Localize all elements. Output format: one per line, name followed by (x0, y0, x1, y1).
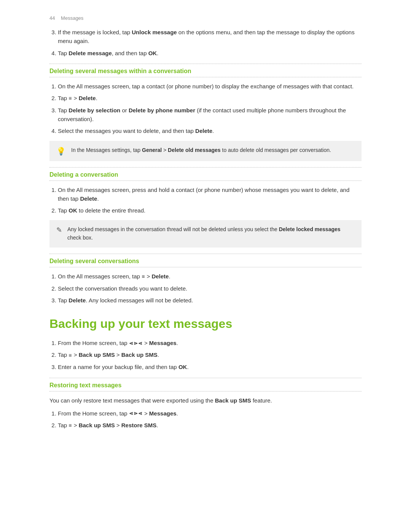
page-number: 44 (49, 15, 55, 21)
page-header: 44 Messages (49, 15, 362, 21)
list-item: Tap ≡ > Delete. (58, 94, 362, 103)
backup-steps: From the Home screen, tap ⋖⋗⋖ > Messages… (49, 339, 362, 371)
restore-steps: From the Home screen, tap ⋖⋗⋖ > Messages… (49, 409, 362, 430)
menu-icon-2: ≡ (142, 273, 145, 281)
delete-several-messages-steps: On the All messages screen, tap a contac… (49, 82, 362, 136)
section-heading-delete-several-messages: Deleting several messages within a conve… (49, 68, 362, 75)
list-item: Tap Delete. Any locked messages will not… (58, 296, 362, 305)
section-heading-delete-conversation: Deleting a conversation (49, 171, 362, 178)
delete-single-steps: If the message is locked, tap Unlock mes… (49, 28, 362, 58)
list-item: Tap ≡ > Back up SMS > Restore SMS. (58, 421, 362, 430)
list-item: Select the messages you want to delete, … (58, 126, 362, 135)
section-heading-delete-several-conversations: Deleting several conversations (49, 258, 362, 265)
tip-box-lightbulb: 💡 In the Messages settings, tap General … (49, 141, 362, 161)
list-item: On the All messages screen, press and ho… (58, 185, 362, 203)
menu-icon-4: ≡ (68, 422, 72, 430)
list-item: Tap Delete by selection or Delete by pho… (58, 106, 362, 124)
tip-box-pencil: ✎ Any locked messages in the conversatio… (49, 220, 362, 247)
tip-text-2: Any locked messages in the conversation … (67, 225, 355, 242)
list-item: On the All messages screen, tap a contac… (58, 82, 362, 91)
delete-several-conversations-steps: On the All messages screen, tap ≡ > Dele… (49, 272, 362, 305)
apps-icon-2: ⋖⋗⋖ (129, 410, 143, 417)
restore-intro: You can only restore text messages that … (49, 396, 362, 405)
list-item: From the Home screen, tap ⋖⋗⋖ > Messages… (58, 409, 362, 418)
section-divider-4b (49, 391, 362, 391)
apps-icon: ⋖⋗⋖ (129, 340, 143, 347)
menu-icon: ≡ (68, 94, 72, 103)
list-item: Tap ≡ > Back up SMS > Back up SMS. (58, 350, 362, 359)
section-divider-2b (49, 181, 362, 181)
section-divider (49, 64, 362, 64)
lightbulb-icon: 💡 (56, 147, 66, 156)
section-divider-3 (49, 254, 362, 254)
section-divider-bottom (49, 77, 362, 77)
list-item: If the message is locked, tap Unlock mes… (58, 28, 362, 46)
chapter-title: Messages (61, 15, 83, 21)
list-item: From the Home screen, tap ⋖⋗⋖ > Messages… (58, 339, 362, 347)
list-item: Enter a name for your backup file, and t… (58, 363, 362, 371)
list-item: Tap Delete message, and then tap OK. (58, 49, 362, 58)
section-divider-4 (49, 378, 362, 378)
section-divider-3b (49, 267, 362, 267)
pencil-icon: ✎ (56, 226, 62, 234)
list-item: Tap OK to delete the entire thread. (58, 206, 362, 215)
tip-text: In the Messages settings, tap General > … (71, 146, 331, 155)
list-item: Select the conversation threads you want… (58, 284, 362, 293)
section-heading-restore: Restoring text messages (49, 382, 362, 389)
delete-conversation-steps: On the All messages screen, press and ho… (49, 185, 362, 215)
section-divider-2 (49, 167, 362, 168)
menu-icon-3: ≡ (68, 351, 72, 360)
big-heading-backup: Backing up your text messages (49, 317, 362, 331)
list-item: On the All messages screen, tap ≡ > Dele… (58, 272, 362, 281)
